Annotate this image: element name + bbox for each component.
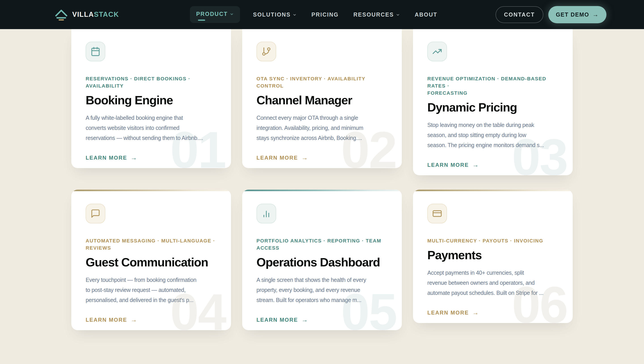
card-booking-engine: RESERVATIONS · DIRECT BOOKINGS · AVAILAB… <box>71 29 231 168</box>
logo-text: VILLASTACK <box>72 11 119 19</box>
arrow-right-icon: → <box>130 154 137 161</box>
git-branch-icon <box>262 47 271 56</box>
arrow-right-icon: → <box>592 11 599 18</box>
card-tags: OTA SYNC · INVENTORY · AVAILABILITY CONT… <box>256 75 388 90</box>
message-square-icon <box>90 209 100 219</box>
card-description: Stop leaving money on the table during p… <box>427 120 558 150</box>
card-title: Operations Dashboard <box>256 255 388 269</box>
nav-item-about[interactable]: ABOUT <box>413 7 439 22</box>
chevron-down-icon <box>230 12 234 16</box>
logo-text-stack: STACK <box>94 11 119 18</box>
credit-card-icon <box>432 209 442 219</box>
learn-more-link[interactable]: LEARN MORE → <box>86 154 137 161</box>
learn-more-label: LEARN MORE <box>86 317 127 323</box>
card-guest-communication: AUTOMATED MESSAGING · MULTI-LANGUAGE · R… <box>71 190 231 330</box>
card-tags: RESERVATIONS · DIRECT BOOKINGS · AVAILAB… <box>86 75 217 90</box>
card-tags: MULTI-CURRENCY · PAYOUTS · INVOICING <box>427 237 558 244</box>
nav-menu: PRODUCT SOLUTIONS PRICING RESOURCES ABOU… <box>190 6 439 23</box>
active-tab-underline <box>198 20 205 21</box>
logo[interactable]: VILLASTACK <box>54 7 119 22</box>
get-demo-button[interactable]: GET DEMO → <box>548 6 606 23</box>
card-description: A fully white-labelled booking engine th… <box>86 113 217 143</box>
nav-item-about-label: ABOUT <box>414 12 437 18</box>
learn-more-link[interactable]: LEARN MORE → <box>427 309 478 316</box>
nav-item-product-label: PRODUCT <box>196 11 228 17</box>
get-demo-label: GET DEMO <box>556 12 589 18</box>
icon-box <box>427 204 447 223</box>
chevron-down-icon <box>293 13 297 17</box>
learn-more-label: LEARN MORE <box>86 155 127 161</box>
trending-up-icon <box>432 47 442 56</box>
learn-more-label: LEARN MORE <box>427 162 469 168</box>
icon-box <box>86 42 105 61</box>
icon-box <box>427 42 447 61</box>
card-tags: AUTOMATED MESSAGING · MULTI-LANGUAGE · R… <box>86 237 217 252</box>
nav-item-solutions-label: SOLUTIONS <box>253 12 290 18</box>
learn-more-link[interactable]: LEARN MORE → <box>256 154 308 161</box>
nav-item-resources-label: RESOURCES <box>354 12 394 18</box>
card-title: Booking Engine <box>86 93 217 107</box>
card-tags: PORTFOLIO ANALYTICS · REPORTING · TEAM A… <box>256 237 388 252</box>
card-title: Payments <box>427 248 558 262</box>
learn-more-label: LEARN MORE <box>427 310 469 316</box>
chevron-down-icon <box>396 13 400 17</box>
learn-more-link[interactable]: LEARN MORE → <box>427 161 478 168</box>
card-tags: REVENUE OPTIMIZATION · DEMAND-BASED RATE… <box>427 75 558 97</box>
nav-item-resources[interactable]: RESOURCES <box>352 7 402 22</box>
learn-more-label: LEARN MORE <box>256 317 298 323</box>
card-title: Channel Manager <box>256 93 388 107</box>
icon-box <box>256 42 276 61</box>
card-operations-dashboard: PORTFOLIO ANALYTICS · REPORTING · TEAM A… <box>242 190 402 330</box>
card-description: Every touchpoint — from booking confirma… <box>86 275 217 305</box>
arrow-right-icon: → <box>130 316 137 323</box>
learn-more-link[interactable]: LEARN MORE → <box>256 316 308 323</box>
feature-card-grid: RESERVATIONS · DIRECT BOOKINGS · AVAILAB… <box>71 29 573 330</box>
card-description: A single screen that shows the health of… <box>256 275 388 305</box>
learn-more-label: LEARN MORE <box>256 155 298 161</box>
nav-item-pricing-label: PRICING <box>312 12 339 18</box>
contact-button[interactable]: CONTACT <box>496 6 544 23</box>
card-dynamic-pricing: REVENUE OPTIMIZATION · DEMAND-BASED RATE… <box>413 29 573 175</box>
card-payments: MULTI-CURRENCY · PAYOUTS · INVOICING Pay… <box>413 190 573 323</box>
nav-item-pricing[interactable]: PRICING <box>310 7 340 22</box>
card-title: Guest Communication <box>86 255 217 269</box>
villastack-roof-icon <box>54 7 68 22</box>
calendar-icon <box>90 47 100 56</box>
nav-actions: CONTACT GET DEMO → <box>496 6 606 23</box>
card-description: Connect every major OTA through a single… <box>256 113 388 143</box>
navbar: VILLASTACK PRODUCT SOLUTIONS PRICING RES… <box>0 0 644 29</box>
nav-item-product[interactable]: PRODUCT <box>190 6 240 23</box>
card-channel-manager: OTA SYNC · INVENTORY · AVAILABILITY CONT… <box>242 29 402 168</box>
nav-item-solutions[interactable]: SOLUTIONS <box>251 7 298 22</box>
arrow-right-icon: → <box>472 309 478 316</box>
arrow-right-icon: → <box>302 154 308 161</box>
card-description: Accept payments in 40+ currencies, split… <box>427 268 558 298</box>
learn-more-link[interactable]: LEARN MORE → <box>86 316 137 323</box>
icon-box <box>256 204 276 223</box>
bar-chart-icon <box>262 209 271 219</box>
logo-text-villa: VILLA <box>72 11 94 18</box>
arrow-right-icon: → <box>302 316 308 323</box>
icon-box <box>86 204 105 223</box>
arrow-right-icon: → <box>472 161 478 168</box>
card-title: Dynamic Pricing <box>427 100 558 114</box>
